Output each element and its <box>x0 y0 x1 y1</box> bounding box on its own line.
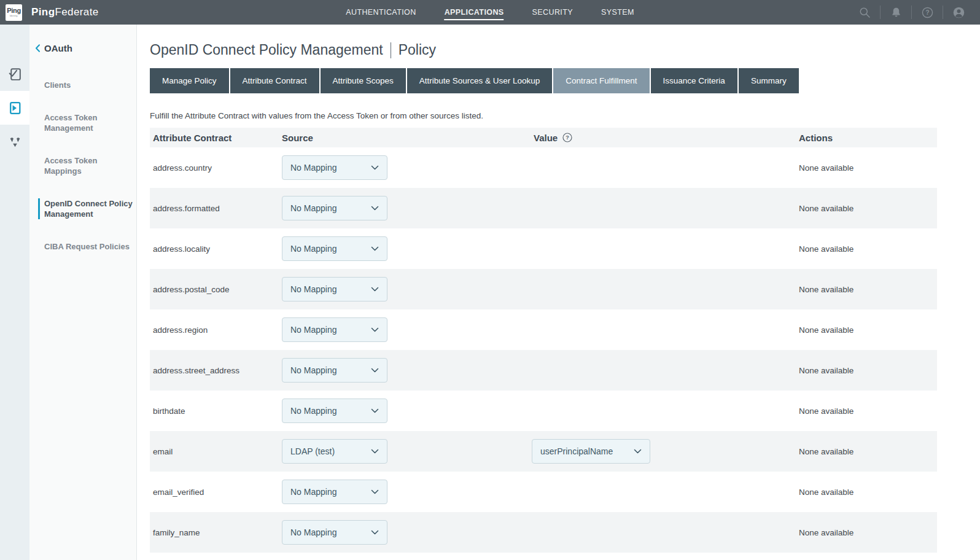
chevron-down-icon <box>371 368 379 373</box>
search-icon[interactable] <box>858 6 871 19</box>
source-dropdown-value: No Mapping <box>290 406 337 416</box>
top-header-bar: Ping Identity. PingFederate AUTHENTICATI… <box>0 0 980 25</box>
actions-text: None available <box>799 325 937 335</box>
chevron-down-icon <box>371 206 379 211</box>
source-dropdown-value: No Mapping <box>290 244 337 254</box>
logo-text: Ping <box>7 7 21 14</box>
col-header-actions: Actions <box>799 133 937 143</box>
chevron-down-icon <box>371 165 379 171</box>
sidebar-item-access-token-mappings[interactable]: Access Token Mappings <box>29 155 133 176</box>
top-nav: AUTHENTICATION APPLICATIONS SECURITY SYS… <box>346 0 634 25</box>
top-nav-security[interactable]: SECURITY <box>532 0 573 25</box>
source-dropdown-value: No Mapping <box>290 203 337 213</box>
page-title-row: OpenID Connect Policy Management Policy <box>150 42 937 58</box>
top-nav-system[interactable]: SYSTEM <box>601 0 634 25</box>
divider <box>911 6 912 19</box>
actions-text: None available <box>799 528 937 537</box>
col-header-value-label: Value <box>534 133 558 143</box>
help-icon[interactable]: ? <box>920 6 934 19</box>
logo-subtext: Identity. <box>10 15 18 17</box>
content-shell: OAuth Clients Access Token Management Ac… <box>0 25 980 560</box>
left-icon-rail <box>0 25 29 560</box>
fulfillment-table: Attribute Contract Source Value ? Action… <box>150 128 937 553</box>
app-title-primary: Ping <box>31 6 55 18</box>
attribute-name: family_name <box>150 528 282 537</box>
source-dropdown[interactable]: No Mapping <box>282 236 387 261</box>
source-dropdown-value: No Mapping <box>290 487 337 497</box>
approvals-icon[interactable] <box>0 57 29 91</box>
table-row: address.country No Mapping None availabl… <box>150 147 937 188</box>
table-row: address.postal_code No Mapping None avai… <box>150 269 937 309</box>
source-dropdown[interactable]: No Mapping <box>282 480 387 504</box>
source-dropdown-value: LDAP (test) <box>290 446 335 456</box>
table-row: address.locality No Mapping None availab… <box>150 228 937 269</box>
actions-text: None available <box>799 406 937 416</box>
actions-text: None available <box>799 366 937 375</box>
sidebar-section-title: OAuth <box>44 43 72 53</box>
tab-contract-fulfillment[interactable]: Contract Fulfillment <box>553 68 649 93</box>
top-nav-authentication[interactable]: AUTHENTICATION <box>346 0 416 25</box>
page-subtitle: Policy <box>399 42 436 58</box>
source-dropdown[interactable]: No Mapping <box>282 277 387 301</box>
tab-manage-policy[interactable]: Manage Policy <box>150 68 229 93</box>
sidebar-item-clients[interactable]: Clients <box>29 80 133 90</box>
oauth-flag-icon[interactable] <box>0 91 29 125</box>
source-dropdown-value: No Mapping <box>290 325 337 335</box>
source-dropdown[interactable]: No Mapping <box>282 196 387 220</box>
attribute-name: email <box>150 447 282 456</box>
tab-summary[interactable]: Summary <box>739 68 799 93</box>
tab-attribute-sources-user-lookup[interactable]: Attribute Sources & User Lookup <box>407 68 553 93</box>
sidebar-item-ciba-request-policies[interactable]: CIBA Request Policies <box>29 241 133 252</box>
table-row: family_name No Mapping None available <box>150 512 937 553</box>
tab-issuance-criteria[interactable]: Issuance Criteria <box>651 68 737 93</box>
value-dropdown[interactable]: userPrincipalName <box>532 439 650 464</box>
table-row: birthdate No Mapping None available <box>150 391 937 431</box>
account-icon[interactable] <box>952 6 965 19</box>
source-dropdown-value: No Mapping <box>290 365 337 375</box>
app-title: PingFederate <box>31 6 99 18</box>
chevron-down-icon <box>371 287 379 292</box>
source-dropdown[interactable]: No Mapping <box>282 399 387 423</box>
source-dropdown[interactable]: No Mapping <box>282 358 387 383</box>
page-title: OpenID Connect Policy Management <box>150 42 383 58</box>
title-separator <box>391 42 391 58</box>
chevron-down-icon <box>371 530 379 535</box>
sidebar-item-access-token-management[interactable]: Access Token Management <box>29 112 133 133</box>
source-dropdown-value: No Mapping <box>290 163 337 173</box>
federation-icon[interactable] <box>0 125 29 158</box>
tab-attribute-contract[interactable]: Attribute Contract <box>230 68 319 93</box>
col-header-source: Source <box>282 133 532 143</box>
chevron-down-icon <box>371 408 379 414</box>
attribute-name: birthdate <box>150 406 282 416</box>
svg-text:?: ? <box>925 9 929 16</box>
app-title-secondary: Federate <box>55 6 98 18</box>
source-dropdown[interactable]: No Mapping <box>282 155 387 180</box>
question-circle-icon[interactable]: ? <box>562 133 572 142</box>
divider <box>880 6 881 19</box>
actions-text: None available <box>799 447 937 456</box>
policy-tabs: Manage PolicyAttribute ContractAttribute… <box>150 68 937 93</box>
table-header-row: Attribute Contract Source Value ? Action… <box>150 128 937 147</box>
source-dropdown[interactable]: LDAP (test) <box>282 439 387 464</box>
sidebar-back-oauth[interactable]: OAuth <box>29 43 136 53</box>
table-row: address.street_address No Mapping None a… <box>150 350 937 391</box>
attribute-name: address.postal_code <box>150 285 282 294</box>
svg-text:?: ? <box>566 134 569 141</box>
sidebar-item-openid-connect-policy-management[interactable]: OpenID Connect Policy Management <box>38 198 136 219</box>
source-dropdown[interactable]: No Mapping <box>282 520 387 545</box>
chevron-left-icon <box>35 44 41 52</box>
table-row: email LDAP (test) userPrincipalName <box>150 431 937 472</box>
source-dropdown[interactable]: No Mapping <box>282 317 387 342</box>
table-row: email_verified No Mapping None available <box>150 472 937 512</box>
actions-text: None available <box>799 285 937 294</box>
tab-attribute-scopes[interactable]: Attribute Scopes <box>321 68 406 93</box>
notifications-icon[interactable] <box>889 6 903 19</box>
actions-text: None available <box>799 488 937 497</box>
chevron-down-icon <box>371 327 379 333</box>
header-actions: ? <box>849 0 980 25</box>
chevron-down-icon <box>371 449 379 454</box>
attribute-name: address.country <box>150 163 282 173</box>
col-header-value: Value ? <box>532 133 799 143</box>
top-nav-applications[interactable]: APPLICATIONS <box>445 0 504 25</box>
chevron-down-icon <box>634 449 642 454</box>
